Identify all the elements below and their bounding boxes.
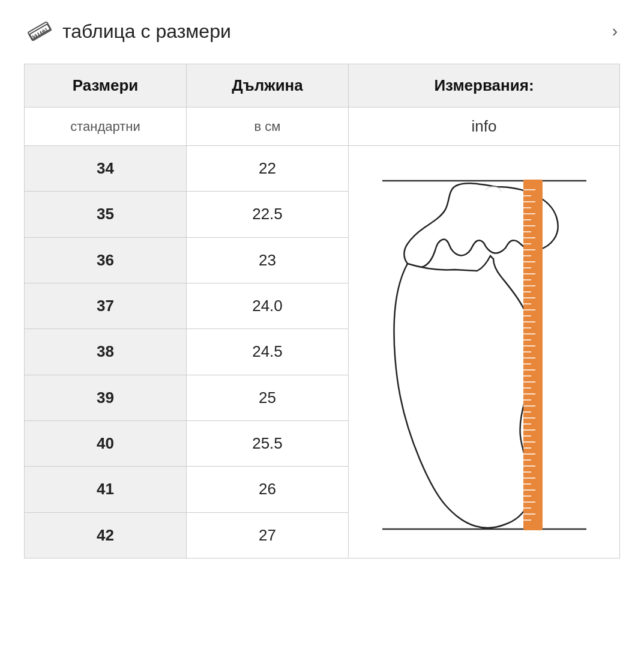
foot-svg (370, 157, 598, 547)
table-subheader-row: стандартни в см info (25, 107, 620, 146)
page-header: таблица с размери › (24, 18, 620, 44)
size-41: 41 (25, 467, 187, 512)
size-34: 34 (25, 146, 187, 192)
col-header-size: Размери (25, 64, 187, 107)
size-35: 35 (25, 192, 187, 237)
length-34: 22 (187, 146, 349, 192)
size-40: 40 (25, 420, 187, 466)
size-38: 38 (25, 329, 187, 375)
length-37: 24.0 (187, 283, 349, 328)
length-36: 23 (187, 237, 349, 283)
svg-line-8 (34, 36, 35, 38)
page-title: таблица с размери (62, 20, 231, 43)
svg-line-12 (42, 31, 43, 33)
length-38: 24.5 (187, 329, 349, 375)
svg-line-1 (32, 35, 34, 38)
length-39: 25 (187, 375, 349, 420)
length-41: 26 (187, 467, 349, 512)
length-40: 25.5 (187, 420, 349, 466)
size-table: Размери Дължина Измервания: стандартни в… (24, 64, 620, 559)
subheader-length: в см (187, 107, 349, 146)
header-left: таблица с размери (26, 18, 231, 44)
size-37: 37 (25, 283, 187, 328)
table-header-row: Размери Дължина Измервания: (25, 64, 620, 107)
subheader-measure: info (349, 107, 620, 146)
foot-measurement-illustration (349, 146, 620, 559)
size-36: 36 (25, 237, 187, 283)
svg-line-10 (38, 34, 40, 35)
ruler-icon (26, 18, 53, 44)
chevron-right-icon[interactable]: › (612, 22, 618, 41)
page-container: таблица с размери › Размери Дължина Изме… (0, 0, 644, 583)
svg-line-13 (44, 30, 46, 32)
col-header-measure: Измервания: (349, 64, 620, 107)
size-39: 39 (25, 375, 187, 420)
length-35: 22.5 (187, 192, 349, 237)
col-header-length: Дължина (187, 64, 349, 107)
table-row: 34 22 (25, 146, 620, 192)
size-42: 42 (25, 512, 187, 558)
length-42: 27 (187, 512, 349, 558)
subheader-size: стандартни (25, 107, 187, 146)
